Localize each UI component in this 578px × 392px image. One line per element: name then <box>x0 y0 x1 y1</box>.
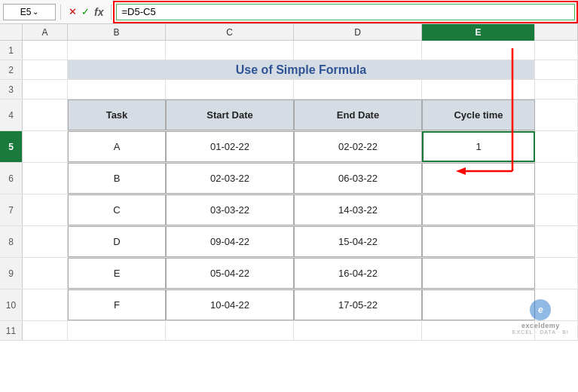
cell-startdate-7[interactable]: 03-03-22 <box>166 194 294 225</box>
cell-c11[interactable] <box>166 321 294 340</box>
cell-a2[interactable] <box>23 60 68 79</box>
row-6: 6 B 02-03-22 06-03-22 <box>0 163 578 194</box>
cell-startdate-8[interactable]: 09-04-22 <box>166 226 294 257</box>
row-11: 11 <box>0 321 578 341</box>
cell-rest-2 <box>535 60 578 79</box>
col-header-b[interactable]: B <box>68 24 166 41</box>
col-header-d[interactable]: D <box>294 24 422 41</box>
row-num-9: 9 <box>0 258 23 289</box>
row-num-5: 5 <box>0 131 23 162</box>
cell-b11[interactable] <box>68 321 166 340</box>
col-header-e[interactable]: E <box>422 24 535 41</box>
cell-a5[interactable] <box>23 131 68 162</box>
fx-icon[interactable]: fx <box>94 6 103 18</box>
row-8: 8 D 09-04-22 15-04-22 <box>0 226 578 258</box>
row-10: 10 F 10-04-22 17-05-22 <box>0 289 578 321</box>
cell-c1[interactable] <box>166 41 294 60</box>
cell-startdate-9[interactable]: 05-04-22 <box>166 258 294 289</box>
formula-bar: E5 ⌄ ✕ ✓ fx <box>0 0 578 24</box>
cell-c3[interactable] <box>166 80 294 99</box>
col-header-c[interactable]: C <box>166 24 294 41</box>
row-num-header <box>0 24 23 40</box>
cell-enddate-header[interactable]: End Date <box>294 100 422 130</box>
cell-enddate-8[interactable]: 15-04-22 <box>294 226 422 257</box>
cell-cycletime-7[interactable] <box>422 194 535 225</box>
cell-rest-3 <box>535 80 578 99</box>
cell-task-5[interactable]: A <box>68 131 166 162</box>
row-num-8: 8 <box>0 226 23 257</box>
formula-bar-divider2 <box>111 5 112 20</box>
formula-input[interactable] <box>116 4 575 20</box>
formula-icons: ✕ ✓ fx <box>66 6 106 18</box>
cell-startdate-header[interactable]: Start Date <box>166 100 294 130</box>
row-num-7: 7 <box>0 194 23 225</box>
cell-cycletime-5[interactable]: 1 <box>422 131 535 162</box>
row-num-4: 4 <box>0 100 23 130</box>
spreadsheet: A B C D E 1 2 Use of Simple Formula <box>0 24 578 341</box>
cell-rest-1 <box>535 41 578 60</box>
cancel-icon[interactable]: ✕ <box>69 6 77 17</box>
cell-enddate-10[interactable]: 17-05-22 <box>294 289 422 320</box>
cell-d1[interactable] <box>294 41 422 60</box>
cell-a11[interactable] <box>23 321 68 340</box>
cell-startdate-10[interactable]: 10-04-22 <box>166 289 294 320</box>
cell-startdate-5[interactable]: 01-02-22 <box>166 131 294 162</box>
col-header-a[interactable]: A <box>23 24 68 41</box>
cell-e3[interactable] <box>422 80 535 99</box>
col-header-rest <box>535 24 578 41</box>
cell-b3[interactable] <box>68 80 166 99</box>
row-num-1: 1 <box>0 41 23 60</box>
cell-cycletime-6[interactable] <box>422 163 535 194</box>
cell-enddate-7[interactable]: 14-03-22 <box>294 194 422 225</box>
cell-cycletime-9[interactable] <box>422 258 535 289</box>
row-4: 4 Task Start Date End Date Cycle time <box>0 100 578 131</box>
title-cell: Use of Simple Formula <box>68 60 535 79</box>
cell-task-header[interactable]: Task <box>68 100 166 130</box>
cell-a6[interactable] <box>23 163 68 194</box>
row-num-10: 10 <box>0 289 23 320</box>
row-7: 7 C 03-03-22 14-03-22 <box>0 194 578 226</box>
cell-a8[interactable] <box>23 226 68 257</box>
row-3: 3 <box>0 80 578 100</box>
cell-a10[interactable] <box>23 289 68 320</box>
cell-enddate-5[interactable]: 02-02-22 <box>294 131 422 162</box>
cell-task-9[interactable]: E <box>68 258 166 289</box>
cell-enddate-6[interactable]: 06-03-22 <box>294 163 422 194</box>
row-1: 1 <box>0 41 578 60</box>
formula-input-wrapper <box>116 4 575 20</box>
cell-cycletime-header[interactable]: Cycle time <box>422 100 535 130</box>
watermark-brand: exceldemy <box>521 322 560 329</box>
dropdown-icon[interactable]: ⌄ <box>32 8 38 16</box>
row-5: 5 A 01-02-22 02-02-22 1 <box>0 131 578 163</box>
cell-task-10[interactable]: F <box>68 289 166 320</box>
cell-rest-9 <box>535 258 578 289</box>
row-9: 9 E 05-04-22 16-04-22 <box>0 258 578 289</box>
cell-task-7[interactable]: C <box>68 194 166 225</box>
cell-e1[interactable] <box>422 41 535 60</box>
cell-task-8[interactable]: D <box>68 226 166 257</box>
cell-d11[interactable] <box>294 321 422 340</box>
cell-a7[interactable] <box>23 194 68 225</box>
cell-b1[interactable] <box>68 41 166 60</box>
cell-d3[interactable] <box>294 80 422 99</box>
row-num-6: 6 <box>0 163 23 194</box>
cell-a4[interactable] <box>23 100 68 130</box>
row-num-2: 2 <box>0 60 23 79</box>
cell-cycletime-8[interactable] <box>422 226 535 257</box>
confirm-icon[interactable]: ✓ <box>81 6 90 17</box>
cell-a1[interactable] <box>23 41 68 60</box>
cell-reference-box[interactable]: E5 ⌄ <box>3 4 56 20</box>
cell-enddate-9[interactable]: 16-04-22 <box>294 258 422 289</box>
watermark: e exceldemy EXCEL · DATA · BI <box>512 299 569 335</box>
row-num-3: 3 <box>0 80 23 99</box>
column-headers: A B C D E <box>0 24 578 41</box>
formula-bar-divider <box>60 5 61 20</box>
row-2: 2 Use of Simple Formula <box>0 60 578 80</box>
cell-startdate-6[interactable]: 02-03-22 <box>166 163 294 194</box>
cell-task-6[interactable]: B <box>68 163 166 194</box>
cell-rest-7 <box>535 194 578 225</box>
cell-rest-4 <box>535 100 578 130</box>
cell-a3[interactable] <box>23 80 68 99</box>
cell-a9[interactable] <box>23 258 68 289</box>
cell-rest-6 <box>535 163 578 194</box>
